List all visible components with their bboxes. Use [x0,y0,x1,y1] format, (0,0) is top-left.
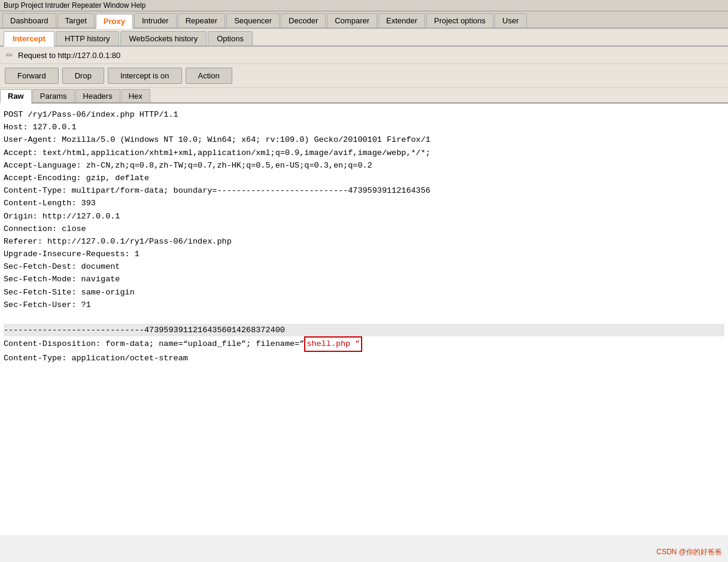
tab-repeater[interactable]: Repeater [178,13,225,28]
tab-project-options[interactable]: Project options [426,13,493,28]
line-3: User-Agent: Mozilla/5.0 (Windows NT 10.0… [4,133,724,146]
sub-tabs: Intercept HTTP history WebSockets histor… [0,29,728,47]
editor-tab-raw[interactable]: Raw [0,89,32,104]
editor-tab-hex[interactable]: Hex [121,89,150,102]
line-1: POST /ry1/Pass-06/index.php HTTP/1.1 [4,108,724,121]
line-8: Content-Length: 393 [4,197,724,209]
nav-tabs: Dashboard Target Proxy Intruder Repeater… [0,11,728,29]
line-15: Sec-Fetch-Site: same-origin [4,286,724,299]
menu-bar-label: Burp Project Intruder Repeater Window He… [4,1,145,10]
sub-tab-options[interactable]: Options [208,31,253,45]
editor-tab-headers[interactable]: Headers [75,89,120,102]
tab-sequencer[interactable]: Sequencer [226,13,280,28]
line-7: Content-Type: multipart/form-data; bound… [4,184,724,197]
shell-filename: shell.php ” [304,336,362,351]
line-12: Upgrade-Insecure-Requests: 1 [4,248,724,260]
edit-icon: ✏ [6,50,13,60]
sub-tab-http-history[interactable]: HTTP history [56,31,119,45]
line-4: Accept: text/html,application/xhtml+xml,… [4,147,724,159]
editor-tabs: Raw Params Headers Hex [0,88,728,104]
request-content-area[interactable]: POST /ry1/Pass-06/index.php HTTP/1.1 Hos… [0,104,728,535]
menu-bar: Burp Project Intruder Repeater Window He… [0,0,728,11]
tab-target[interactable]: Target [57,13,95,28]
request-info-bar: ✏ Request to http://127.0.0.1:80 [0,47,728,64]
line-blank [4,311,724,324]
tab-extender[interactable]: Extender [378,13,425,28]
line-disposition: Content-Disposition: form-data; name=“up… [4,336,724,351]
tab-decoder[interactable]: Decoder [281,13,326,28]
line-content-type: Content-Type: application/octet-stream [4,352,724,364]
forward-button[interactable]: Forward [5,68,59,84]
action-buttons-bar: Forward Drop Intercept is on Action [0,64,728,88]
intercept-toggle-button[interactable]: Intercept is on [108,68,182,84]
line-boundary: -----------------------------47395939112… [4,324,724,336]
request-body: POST /ry1/Pass-06/index.php HTTP/1.1 Hos… [0,104,728,369]
sub-tab-websockets-history[interactable]: WebSockets history [120,31,207,45]
line-5: Accept-Language: zh-CN,zh;q=0.8,zh-TW;q=… [4,159,724,172]
line-10: Connection: close [4,223,724,235]
tab-comparer[interactable]: Comparer [327,13,377,28]
action-button[interactable]: Action [186,68,232,84]
line-14: Sec-Fetch-Mode: navigate [4,273,724,285]
sub-tab-intercept[interactable]: Intercept [4,31,54,47]
line-11: Referer: http://127.0.0.1/ry1/Pass-06/in… [4,235,724,248]
tab-intruder[interactable]: Intruder [134,13,177,28]
editor-tab-params[interactable]: Params [32,89,75,102]
line-2: Host: 127.0.0.1 [4,121,724,133]
tab-dashboard[interactable]: Dashboard [2,13,56,28]
line-16: Sec-Fetch-User: ?1 [4,299,724,311]
line-13: Sec-Fetch-Dest: document [4,260,724,273]
line-9: Origin: http://127.0.0.1 [4,210,724,223]
line-6: Accept-Encoding: gzip, deflate [4,172,724,184]
drop-button[interactable]: Drop [62,68,104,84]
tab-user[interactable]: User [495,13,526,28]
tab-proxy[interactable]: Proxy [96,14,133,29]
request-url: Request to http://127.0.0.1:80 [18,51,120,60]
